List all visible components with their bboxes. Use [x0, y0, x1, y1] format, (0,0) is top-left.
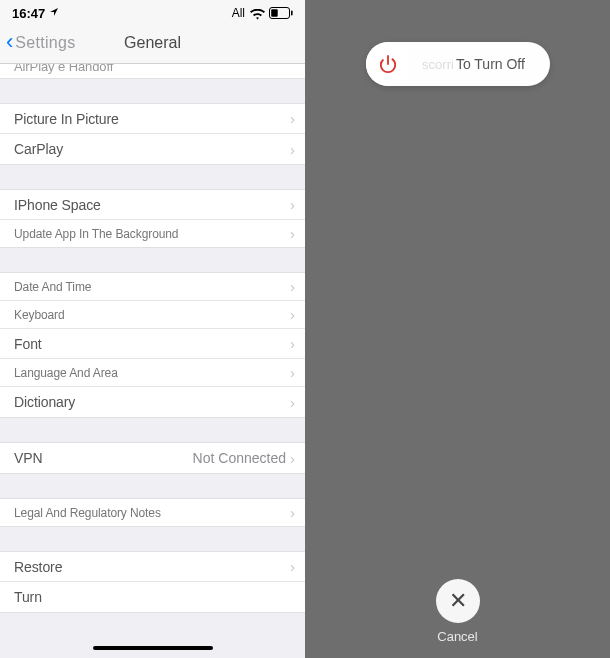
- row-label: Font: [14, 336, 42, 352]
- section-airplay: AirPlay e Handoff: [0, 64, 305, 79]
- row-carplay[interactable]: CarPlay ›: [0, 134, 305, 164]
- home-indicator[interactable]: [93, 646, 213, 650]
- chevron-right-icon: ›: [290, 394, 295, 411]
- section-media: Picture In Picture › CarPlay ›: [0, 103, 305, 165]
- section-vpn: VPN Not Connected ›: [0, 442, 305, 474]
- row-vpn[interactable]: VPN Not Connected ›: [0, 443, 305, 473]
- chevron-right-icon: ›: [290, 558, 295, 575]
- row-background-app-refresh[interactable]: Update App In The Background ›: [0, 220, 305, 247]
- row-iphone-storage[interactable]: IPhone Space ›: [0, 190, 305, 220]
- row-label: Dictionary: [14, 394, 75, 410]
- row-label: VPN: [14, 450, 43, 466]
- page-title: General: [124, 34, 181, 52]
- chevron-right-icon: ›: [290, 306, 295, 323]
- chevron-right-icon: ›: [290, 278, 295, 295]
- back-label: Settings: [15, 34, 75, 52]
- row-airplay-handoff[interactable]: AirPlay e Handoff: [0, 64, 305, 78]
- row-shut-down[interactable]: Turn: [0, 582, 305, 612]
- status-indicators: All: [232, 6, 293, 21]
- svg-rect-1: [271, 9, 278, 17]
- section-legal: Legal And Regulatory Notes ›: [0, 498, 305, 527]
- power-slider-knob[interactable]: [366, 42, 410, 86]
- status-time: 16:47: [12, 6, 45, 21]
- row-label: Update App In The Background: [14, 227, 178, 241]
- location-icon: [49, 7, 59, 19]
- row-label: Turn: [14, 589, 42, 605]
- row-label: Language And Area: [14, 366, 118, 380]
- status-time-area: 16:47: [12, 6, 59, 21]
- svg-rect-2: [291, 11, 293, 16]
- section-restore: Restore › Turn: [0, 551, 305, 613]
- chevron-right-icon: ›: [290, 450, 295, 467]
- chevron-right-icon: ›: [290, 504, 295, 521]
- slider-label: scorriTo Turn Off: [410, 56, 550, 72]
- power-icon: [377, 53, 399, 75]
- cancel-label: Cancel: [437, 629, 477, 644]
- row-label: Picture In Picture: [14, 111, 119, 127]
- chevron-right-icon: ›: [290, 110, 295, 127]
- row-value: Not Connected: [193, 450, 286, 466]
- chevron-right-icon: ›: [290, 196, 295, 213]
- row-label: CarPlay: [14, 141, 63, 157]
- cancel-area: ✕ Cancel: [436, 579, 480, 644]
- row-legal-regulatory[interactable]: Legal And Regulatory Notes ›: [0, 499, 305, 526]
- row-label: Restore: [14, 559, 62, 575]
- cancel-button[interactable]: ✕: [436, 579, 480, 623]
- row-date-time[interactable]: Date And Time ›: [0, 273, 305, 301]
- row-label: IPhone Space: [14, 197, 101, 213]
- chevron-left-icon: ‹: [6, 31, 13, 53]
- row-restore[interactable]: Restore ›: [0, 552, 305, 582]
- close-icon: ✕: [449, 588, 467, 614]
- row-label: Keyboard: [14, 308, 65, 322]
- row-keyboard[interactable]: Keyboard ›: [0, 301, 305, 329]
- wifi-icon: [250, 6, 265, 21]
- row-label: AirPlay e Handoff: [14, 64, 113, 74]
- status-bar: 16:47 All: [0, 0, 305, 22]
- chevron-right-icon: ›: [290, 141, 295, 158]
- settings-general-screen: 16:47 All ‹ Settings General AirPlay e H…: [0, 0, 305, 658]
- chevron-right-icon: ›: [290, 225, 295, 242]
- section-locale: Date And Time › Keyboard › Font › Langua…: [0, 272, 305, 418]
- chevron-right-icon: ›: [290, 364, 295, 381]
- row-font[interactable]: Font ›: [0, 329, 305, 359]
- row-language-region[interactable]: Language And Area ›: [0, 359, 305, 387]
- row-label: Date And Time: [14, 280, 91, 294]
- row-dictionary[interactable]: Dictionary ›: [0, 387, 305, 417]
- nav-bar: ‹ Settings General: [0, 22, 305, 64]
- settings-list[interactable]: AirPlay e Handoff Picture In Picture › C…: [0, 64, 305, 658]
- row-picture-in-picture[interactable]: Picture In Picture ›: [0, 104, 305, 134]
- carrier-label: All: [232, 6, 245, 20]
- row-label: Legal And Regulatory Notes: [14, 506, 161, 520]
- section-storage: IPhone Space › Update App In The Backgro…: [0, 189, 305, 248]
- chevron-right-icon: ›: [290, 335, 295, 352]
- power-off-screen: scorriTo Turn Off ✕ Cancel: [305, 0, 610, 658]
- slide-to-power-off[interactable]: scorriTo Turn Off: [366, 42, 550, 86]
- battery-icon: [269, 7, 293, 19]
- back-button[interactable]: ‹ Settings: [6, 33, 76, 53]
